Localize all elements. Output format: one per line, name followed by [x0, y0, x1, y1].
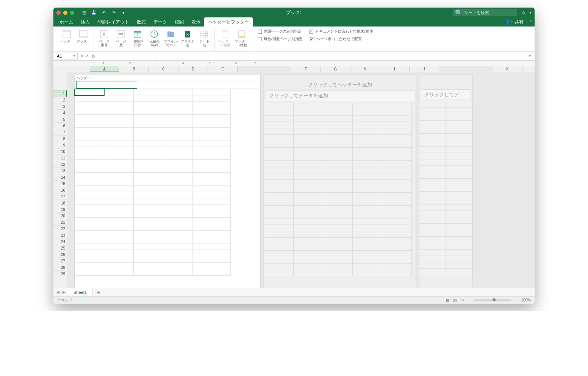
cell[interactable]	[134, 95, 163, 102]
cell[interactable]	[294, 128, 323, 135]
cell[interactable]	[193, 153, 231, 160]
cell[interactable]	[134, 192, 163, 198]
cell[interactable]	[382, 167, 412, 173]
cell[interactable]	[104, 256, 134, 263]
cell[interactable]	[353, 180, 382, 186]
cell[interactable]	[446, 217, 472, 224]
expand-formula-bar-icon[interactable]: ▼	[527, 54, 533, 58]
cell[interactable]	[382, 270, 412, 276]
cell[interactable]	[104, 140, 134, 147]
cell[interactable]	[104, 205, 134, 211]
cell[interactable]	[353, 135, 382, 141]
cell[interactable]	[264, 231, 294, 238]
cell[interactable]	[353, 257, 382, 264]
header-center-box[interactable]	[137, 81, 198, 89]
cell[interactable]	[446, 211, 472, 217]
cell[interactable]	[264, 212, 294, 218]
cell[interactable]	[419, 204, 446, 211]
feedback-dropdown-icon[interactable]: ▾	[530, 11, 532, 14]
cell[interactable]	[353, 218, 382, 225]
cell[interactable]	[353, 206, 382, 212]
cell[interactable]	[104, 186, 134, 192]
cell[interactable]	[193, 211, 231, 218]
cell[interactable]	[264, 148, 294, 154]
row-header-16[interactable]: 16	[53, 187, 67, 193]
window-close-button[interactable]	[56, 11, 61, 15]
header-button[interactable]: ヘッダー	[59, 28, 75, 44]
cell[interactable]	[134, 269, 163, 276]
cell[interactable]	[75, 192, 104, 198]
cell[interactable]	[323, 167, 353, 173]
col-header-f[interactable]: F	[291, 66, 321, 72]
cell[interactable]	[323, 244, 353, 251]
cell-grid-page1[interactable]	[75, 89, 260, 276]
cell[interactable]	[353, 193, 382, 199]
file-path-button[interactable]: ファイル のパス	[163, 28, 179, 48]
cell[interactable]	[264, 225, 294, 231]
col-header-j[interactable]: J	[410, 66, 439, 72]
cell[interactable]	[163, 128, 193, 134]
cell[interactable]	[163, 256, 193, 263]
cell[interactable]	[294, 231, 323, 238]
sheet-name-button[interactable]: シート 名	[196, 28, 212, 48]
cell[interactable]	[75, 218, 104, 224]
cell[interactable]	[134, 186, 163, 192]
cell[interactable]	[75, 89, 104, 95]
cell[interactable]	[353, 244, 382, 251]
cell[interactable]	[294, 199, 323, 206]
cell[interactable]	[163, 147, 193, 153]
cell[interactable]	[134, 237, 163, 243]
cell[interactable]	[134, 263, 163, 269]
cell[interactable]	[323, 122, 353, 128]
qat-customize-icon[interactable]: ▾	[120, 9, 127, 16]
cell[interactable]	[134, 243, 163, 250]
tab-formulas[interactable]: 数式	[133, 17, 150, 27]
zoom-level[interactable]: 100%	[521, 298, 531, 302]
cell[interactable]	[193, 192, 231, 198]
cell[interactable]	[294, 122, 323, 128]
cell[interactable]	[446, 269, 472, 275]
cell[interactable]	[75, 128, 104, 134]
cell[interactable]	[353, 109, 382, 115]
cell[interactable]	[382, 186, 412, 193]
cell[interactable]	[419, 121, 446, 127]
cell[interactable]	[419, 230, 446, 237]
cell[interactable]	[134, 128, 163, 134]
cell[interactable]	[353, 264, 382, 270]
cell[interactable]	[75, 237, 104, 243]
cell[interactable]	[163, 140, 193, 147]
cell[interactable]	[104, 237, 134, 243]
horizontal-ruler[interactable]: 1 2 3 4 5 6 7	[53, 61, 535, 66]
cell[interactable]	[134, 179, 163, 186]
cell[interactable]	[75, 211, 104, 218]
row-header-8[interactable]: 8	[53, 136, 67, 142]
cell[interactable]	[294, 154, 323, 161]
cell[interactable]	[294, 148, 323, 154]
cell[interactable]	[382, 128, 412, 135]
row-header-10[interactable]: 10	[53, 148, 67, 155]
cell[interactable]	[134, 160, 163, 166]
cell[interactable]	[382, 238, 412, 244]
zoom-slider[interactable]	[474, 300, 511, 301]
col-header-d[interactable]: D	[178, 66, 208, 72]
cell[interactable]	[353, 231, 382, 238]
cell[interactable]	[419, 108, 446, 114]
cell[interactable]	[75, 224, 104, 231]
cell[interactable]	[193, 160, 231, 166]
cell[interactable]	[446, 101, 472, 108]
cell[interactable]	[193, 147, 231, 153]
col-header-g[interactable]: G	[321, 66, 350, 72]
cell[interactable]	[104, 192, 134, 198]
redo-icon[interactable]: ↷	[111, 9, 117, 16]
cell[interactable]	[264, 186, 294, 193]
undo-icon[interactable]: ↶	[101, 9, 107, 16]
cell[interactable]	[163, 263, 193, 269]
cell[interactable]	[75, 166, 104, 173]
cell[interactable]	[353, 154, 382, 161]
view-page-layout-icon[interactable]: ▤	[453, 298, 457, 302]
cell[interactable]	[134, 147, 163, 153]
cell[interactable]	[264, 193, 294, 199]
cell[interactable]	[264, 167, 294, 173]
cell[interactable]	[446, 114, 472, 121]
cell[interactable]	[75, 243, 104, 250]
